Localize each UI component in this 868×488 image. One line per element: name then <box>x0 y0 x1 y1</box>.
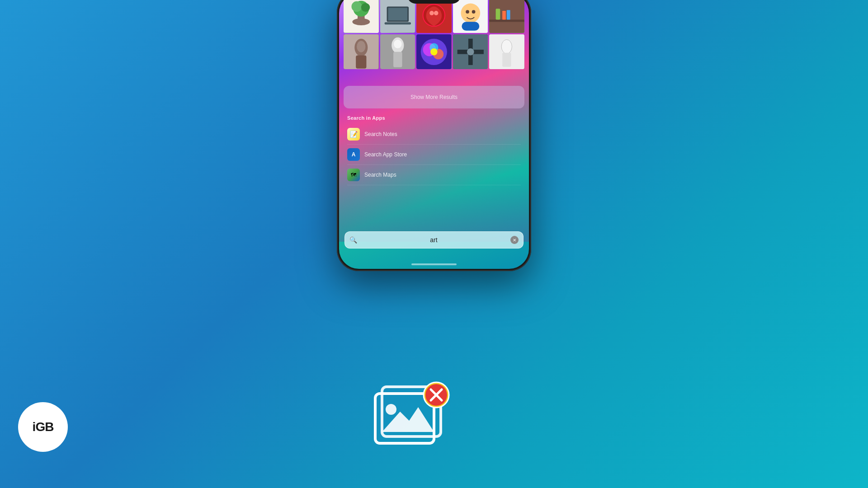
illustration-svg <box>366 373 466 464</box>
search-clear-button[interactable]: ✕ <box>510 236 519 244</box>
svg-point-5 <box>361 3 370 12</box>
show-more-results-button[interactable]: Show More Results <box>344 86 524 108</box>
photo-cell-shelf[interactable] <box>489 0 524 33</box>
svg-rect-21 <box>496 9 500 19</box>
search-bar[interactable]: 🔍 art ✕ <box>344 231 524 249</box>
phone-notch <box>407 0 461 4</box>
photo-cell-laptop[interactable] <box>380 0 415 33</box>
igb-logo: iGB <box>18 402 68 452</box>
svg-rect-8 <box>388 8 407 20</box>
svg-point-4 <box>351 1 362 12</box>
svg-point-17 <box>472 10 476 14</box>
svg-rect-44 <box>502 52 511 66</box>
phone-screen: Show More Results Search in Apps 📝 Searc… <box>339 0 529 269</box>
photo-cell-statue-brown[interactable] <box>344 34 379 70</box>
search-input-value[interactable]: art <box>361 236 507 244</box>
photo-cell-memoji[interactable] <box>453 0 488 33</box>
svg-point-41 <box>467 48 474 56</box>
photo-cell-colorful[interactable] <box>416 34 452 70</box>
search-icon: 🔍 <box>349 236 357 244</box>
svg-point-43 <box>502 39 512 53</box>
close-icon: ✕ <box>513 238 516 243</box>
photo-grid <box>344 0 524 69</box>
search-notes-label: Search Notes <box>364 131 397 137</box>
show-more-results-text: Show More Results <box>410 94 458 100</box>
home-indicator <box>411 263 457 265</box>
svg-rect-22 <box>502 11 506 19</box>
search-appstore-label: Search App Store <box>364 151 407 158</box>
svg-rect-9 <box>384 22 410 24</box>
photo-cell-red-art[interactable] <box>416 0 452 33</box>
notes-icon: 📝 <box>347 128 360 141</box>
photo-cell-plant[interactable] <box>344 0 379 33</box>
svg-rect-27 <box>356 55 366 68</box>
search-in-apps-label: Search in Apps <box>347 115 521 121</box>
svg-point-31 <box>394 39 401 48</box>
photo-cell-david[interactable] <box>380 34 415 70</box>
search-notes-item[interactable]: 📝 Search Notes <box>347 124 521 145</box>
igb-logo-text: iGB <box>33 420 54 434</box>
svg-rect-23 <box>507 10 510 19</box>
svg-point-48 <box>386 404 396 415</box>
svg-point-16 <box>466 10 469 14</box>
svg-point-13 <box>434 11 439 15</box>
photo-cell-silhouette[interactable] <box>453 34 488 70</box>
svg-point-37 <box>430 48 438 56</box>
photo-cell-white-statue[interactable] <box>489 34 524 70</box>
svg-rect-18 <box>462 22 479 30</box>
appstore-icon: A <box>347 148 360 161</box>
search-bar-container: 🔍 art ✕ <box>344 231 524 249</box>
svg-rect-30 <box>393 52 402 67</box>
phone-body: Show More Results Search in Apps 📝 Searc… <box>337 0 531 271</box>
phone-mockup: Show More Results Search in Apps 📝 Searc… <box>337 0 531 271</box>
delete-photos-illustration <box>366 373 466 465</box>
svg-point-15 <box>461 4 480 23</box>
svg-rect-20 <box>489 19 524 22</box>
search-appstore-item[interactable]: A Search App Store <box>347 145 521 165</box>
svg-point-12 <box>429 11 434 15</box>
svg-point-26 <box>357 41 365 52</box>
